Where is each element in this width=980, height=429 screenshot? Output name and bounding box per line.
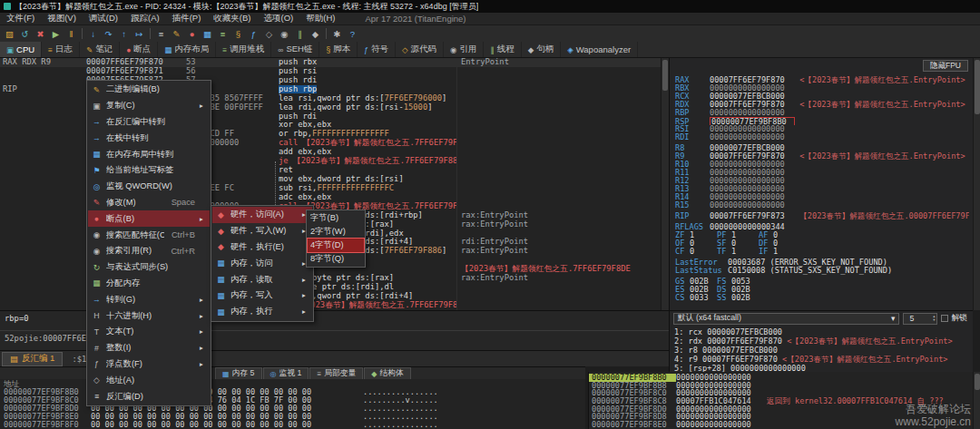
hardware-size-item-byte[interactable]: 字节(B) xyxy=(308,211,364,225)
register-row[interactable]: R800000077EFBCB000 xyxy=(675,144,969,152)
context-menu-item-breakpoint[interactable]: ●断点(B)▸ xyxy=(88,210,210,227)
register-row[interactable]: CF0TF1IF1 xyxy=(675,248,969,256)
toolbar-notes-icon[interactable]: ✎ xyxy=(169,27,184,41)
breakpoint-submenu-item-hardware-write[interactable]: ◆硬件，写入(W)▸ xyxy=(212,223,312,239)
hardware-size-item-qword[interactable]: 8字节(Q) xyxy=(308,252,364,266)
register-row[interactable]: GS002BFS0053 xyxy=(675,278,969,286)
register-row[interactable]: R130000000000000000 xyxy=(675,185,969,193)
context-menu-item-disassembly[interactable]: ≡反汇编(D) xyxy=(88,388,210,405)
dock-tab-memory-5[interactable]: ▦内存 5 xyxy=(215,367,262,379)
register-row[interactable]: RIP00007FF6EF79F873 【2023春节】解题领红包之五.0000… xyxy=(675,212,969,220)
context-menu-item-goto[interactable]: →转到(G)▸ xyxy=(88,291,210,307)
tab-cpu[interactable]: ▣CPU xyxy=(0,42,42,57)
toolbar-references-icon[interactable]: ◉ xyxy=(277,27,292,41)
menubar-item-view[interactable]: 视图(V) xyxy=(41,13,83,24)
context-menu-item-follow-in-disassembler[interactable]: →在反汇编中转到 xyxy=(88,114,210,131)
menubar-item-plugins[interactable]: 插件(P) xyxy=(166,13,208,24)
toolbar-call-stack-icon[interactable]: ≡ xyxy=(215,27,230,41)
context-menu-item-watch-qword[interactable]: ◎监视 QWORD(W) xyxy=(88,179,210,195)
tab-seh-chain[interactable]: ∞SEH链 xyxy=(271,42,319,57)
context-menu-item-float[interactable]: ƒ浮点数(F)▸ xyxy=(88,356,210,373)
titlebar[interactable]: 【2023春节】解题领红包之五.exe - PID: 24324 - 模块:【2… xyxy=(0,0,980,13)
toolbar-run-icon[interactable]: ▶ xyxy=(48,27,64,41)
breakpoint-submenu-item-hardware-access[interactable]: ◆硬件，访问(A)▸ xyxy=(212,207,312,223)
toolbar-step-into-icon[interactable]: ↓ xyxy=(85,27,101,41)
toolbar-breakpoints-icon[interactable]: ● xyxy=(184,27,200,41)
tab-references[interactable]: ◉引用 xyxy=(444,42,484,57)
callconv-arg-row[interactable]: 1: rcx 00000077EFBCB000 xyxy=(674,327,968,336)
register-row[interactable]: LastStatusC0150008 (STATUS_SXS_KEY_NOT_F… xyxy=(675,267,969,275)
stack-row[interactable]: 00000077EF9BF8C00000000000000000 xyxy=(589,389,973,397)
context-menu-item-follow-in-memory-map[interactable]: ▦在内存布局中转到 xyxy=(88,146,210,162)
register-row[interactable]: RAX00007FF6EF79F870 <【2023春节】解题领红包之五.Ent… xyxy=(675,76,969,84)
dump-row[interactable]: 00000077EF9BF8E000 00 00 00 00 00 00 00 … xyxy=(0,413,585,421)
toolbar-log-icon[interactable]: ≡ xyxy=(153,27,169,41)
menubar-item-help[interactable]: 帮助(H) xyxy=(299,13,341,24)
context-menu-item-find-references[interactable]: ◉搜索引用(R)Ctrl+R xyxy=(88,243,210,259)
toolbar-source-icon[interactable]: ◇ xyxy=(261,27,277,41)
tab-symbols[interactable]: ƒ符号 xyxy=(358,42,396,57)
register-row[interactable]: R140000000000000000 xyxy=(675,193,969,201)
register-row[interactable]: ES002BDS002B xyxy=(675,286,969,294)
context-menu-item-follow-in-stack[interactable]: →在栈中转到 xyxy=(88,130,210,146)
callconv-arg-row[interactable]: 3: r8 00000077EFBCB000 xyxy=(674,346,968,355)
register-row[interactable]: RBP0000000000000000 xyxy=(675,109,969,117)
disasm-row[interactable]: RAX RDX R900007FF6EF79F87053push rbxEntr… xyxy=(0,58,661,67)
hardware-size-item-word[interactable]: 2字节(W) xyxy=(308,225,364,239)
breakpoint-submenu-item-hardware-execute[interactable]: ◆硬件，执行(E) xyxy=(212,239,312,256)
unlock-checkbox[interactable]: 解锁 xyxy=(941,313,969,324)
context-menu-item-binary-edit[interactable]: ✎二进制编辑(B) xyxy=(88,82,210,98)
register-row[interactable]: RDI0000000000000000 xyxy=(675,133,969,141)
context-menu-item-text[interactable]: T文本(T)▸ xyxy=(88,324,210,340)
tab-handles[interactable]: ◆句柄 xyxy=(522,42,562,57)
tab-script[interactable]: §脚本 xyxy=(319,42,358,57)
registers-scrollbar[interactable] xyxy=(973,58,980,310)
register-row[interactable]: RSI0000000000000000 xyxy=(675,125,969,133)
argument-count-spinner[interactable]: 5 ▴▾ xyxy=(903,313,937,325)
register-row[interactable]: RBX0000000000000000 xyxy=(675,84,969,93)
menubar-item-trace[interactable]: 跟踪(A) xyxy=(124,13,166,24)
tab-notes[interactable]: ✎笔记 xyxy=(80,42,120,57)
disasm-row[interactable]: 00007FF6EF79F87156push rsi xyxy=(0,67,661,76)
menubar-item-debug[interactable]: 调试(D) xyxy=(83,13,124,24)
stack-scrollbar[interactable] xyxy=(973,372,980,429)
breakpoint-submenu-item-memory-write[interactable]: ▦内存，写入▸ xyxy=(212,288,312,304)
menubar-item-options[interactable]: 选项(O) xyxy=(258,13,300,24)
context-menu-item-modify[interactable]: ✎修改(M)Space xyxy=(88,195,210,211)
callconv-arg-row[interactable]: 2: rdx 00007FF6EF79F870 <【2023春节】解题领红包之五… xyxy=(674,336,968,346)
tab-call-stack[interactable]: ≡调用堆栈 xyxy=(216,42,271,57)
dock-tab-locals[interactable]: ≡局部变量 xyxy=(309,367,363,379)
context-menu-item-label-current-address[interactable]: ⚑给当前地址写标签 xyxy=(88,162,210,179)
toolbar-help-icon[interactable]: ? xyxy=(345,27,360,41)
register-row[interactable]: R110000000000000000 xyxy=(675,169,969,177)
hardware-size-item-dword[interactable]: 4字节(D) xyxy=(308,239,364,252)
stack-row[interactable]: 00000077EF9BF8B00000000000000000 xyxy=(589,374,973,382)
breakpoint-submenu-item-memory-read[interactable]: ▦内存，读取▸ xyxy=(212,271,312,288)
context-menu-item-integer[interactable]: #整数(I)▸ xyxy=(88,340,210,356)
context-menu-item-allocate-memory[interactable]: ▦分配内存 xyxy=(88,276,210,292)
toolbar-script-icon[interactable]: § xyxy=(230,27,246,41)
toolbar-step-out-icon[interactable]: ↑ xyxy=(116,27,132,41)
tab-memory-map[interactable]: ▦内存布局 xyxy=(158,42,216,57)
toolbar-restart-icon[interactable]: ↺ xyxy=(17,27,33,41)
scrollbar-thumb[interactable] xyxy=(975,60,980,114)
toolbar-stop-icon[interactable]: ✖ xyxy=(33,27,48,41)
toolbar-step-over-icon[interactable]: ↷ xyxy=(101,27,116,41)
tab-threads[interactable]: ∥线程 xyxy=(484,42,521,57)
dock-tab-struct[interactable]: ◆结构体 xyxy=(364,367,411,379)
toolbar-threads-icon[interactable]: ∥ xyxy=(292,27,308,41)
register-row[interactable]: RSP00000077EF9BF8B0 xyxy=(675,117,969,125)
toolbar-open-file-icon[interactable]: ▨ xyxy=(2,27,17,41)
scrollbar-thumb[interactable] xyxy=(975,374,980,390)
register-row[interactable]: ZF1PF1AF0 xyxy=(675,231,969,239)
register-row[interactable]: R100000000000000000 xyxy=(675,161,969,169)
toolbar-pause-icon[interactable]: ‖ xyxy=(64,27,79,41)
tab-source[interactable]: ◇源代码 xyxy=(396,42,444,57)
disassembly-scrollbar[interactable] xyxy=(661,58,669,310)
register-row[interactable]: RCX00000077EFBCB000 xyxy=(675,93,969,101)
toolbar-memory-map-icon[interactable]: ▦ xyxy=(200,27,215,41)
register-row[interactable]: LastError00003687 (ERROR_SXS_KEY_NOT_FOU… xyxy=(675,258,969,267)
menubar-item-file[interactable]: 文件(F) xyxy=(0,13,41,24)
register-row[interactable]: RFLAGS0000000000000344 xyxy=(675,223,969,231)
menubar-item-favourites[interactable]: 收藏夹(B) xyxy=(207,13,257,24)
